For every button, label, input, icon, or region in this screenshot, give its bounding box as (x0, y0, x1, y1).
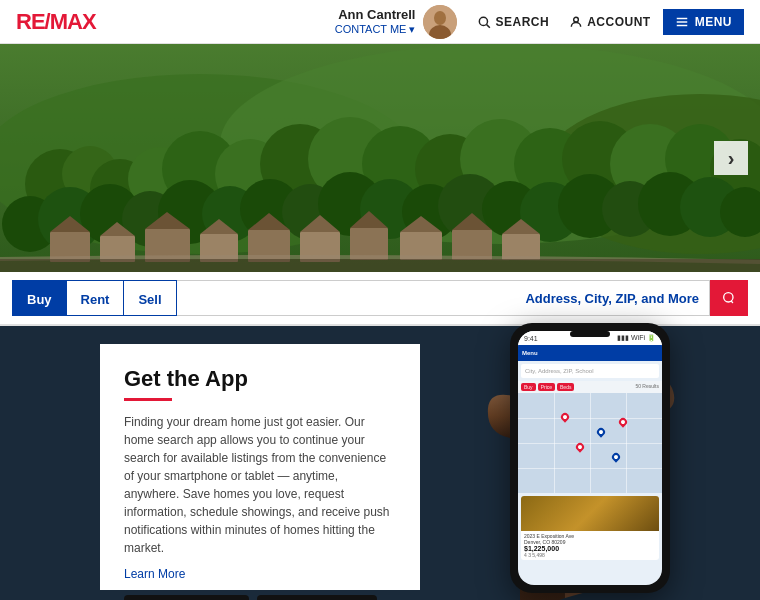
logo-re: RE (16, 9, 45, 34)
phone-time: 9:41 (524, 335, 538, 342)
filter-beds: Beds (557, 383, 574, 391)
search-submit-icon (721, 290, 737, 306)
phone-screen: 9:41 ▮▮▮ WiFi 🔋 Menu City, Address, ZIP,… (518, 331, 662, 585)
app-description: Finding your dream home just got easier.… (124, 413, 396, 557)
svg-point-1 (434, 11, 446, 25)
search-icon (477, 15, 491, 29)
header-nav: SEARCH ACCOUNT MENU (469, 9, 744, 35)
phone-menu-label: Menu (522, 350, 538, 356)
phone-notch (570, 331, 610, 337)
filter-buy: Buy (521, 383, 536, 391)
logo-max: MAX (50, 9, 96, 34)
account-button[interactable]: ACCOUNT (561, 9, 659, 35)
map-grid-line (626, 393, 627, 493)
svg-rect-66 (502, 234, 540, 260)
tab-buy[interactable]: Buy (13, 281, 67, 316)
hero-background (0, 44, 760, 272)
tab-group: Buy Rent Sell (12, 280, 177, 316)
appstore-button[interactable]: 🍎 Download on the App Store (124, 595, 249, 600)
phone-listing-price: $1,225,000 (524, 545, 656, 552)
map-grid-line (554, 393, 555, 493)
hero-next-button[interactable]: › (714, 141, 748, 175)
account-label: ACCOUNT (587, 15, 651, 29)
more-link[interactable]: Address, City, ZIP, and More (525, 291, 699, 306)
map-pin (560, 411, 571, 422)
agent-info: Ann Cantrell CONTACT ME (335, 5, 458, 39)
search-button[interactable]: SEARCH (469, 9, 557, 35)
avatar (423, 5, 457, 39)
next-arrow-icon: › (728, 147, 735, 170)
red-underline (124, 398, 172, 401)
search-input-wrap: Address, City, ZIP, and More (177, 280, 710, 316)
app-card: Get the App Finding your dream home just… (100, 344, 420, 590)
search-label: SEARCH (495, 15, 549, 29)
phone-search-bar: City, Address, ZIP, School (521, 364, 659, 378)
header: RE/MAX Ann Cantrell CONTACT ME SEARCH (0, 0, 760, 44)
agent-text: Ann Cantrell CONTACT ME (335, 7, 416, 36)
store-buttons: 🍎 Download on the App Store ▶ GET IT ON … (124, 595, 396, 600)
svg-line-4 (487, 24, 490, 27)
logo: RE/MAX (16, 9, 96, 35)
phone-menu-bar: Menu (518, 345, 662, 361)
hero-banner: › (0, 44, 760, 272)
results-label: 50 Results (635, 383, 659, 391)
hero-landscape (0, 44, 760, 272)
filter-price: Price (538, 383, 555, 391)
menu-button[interactable]: MENU (663, 9, 744, 35)
contact-me-button[interactable]: CONTACT ME (335, 23, 416, 36)
app-section: Get the App Finding your dream home just… (0, 326, 760, 600)
phone-listing-card: 2023 E Exposition Ave Denver, CO 80209 $… (521, 496, 659, 560)
tab-rent[interactable]: Rent (67, 281, 125, 316)
phone-map (518, 393, 662, 493)
phone-filters: Buy Price Beds 50 Results (518, 381, 662, 393)
menu-icon (675, 15, 689, 29)
phone-listing-details: 4 3 5,498 (524, 552, 656, 558)
phone-search-placeholder: City, Address, ZIP, School (525, 368, 593, 374)
search-submit-button[interactable] (710, 280, 748, 316)
svg-point-5 (574, 17, 579, 22)
svg-point-3 (480, 17, 488, 25)
phone-mockup: 9:41 ▮▮▮ WiFi 🔋 Menu City, Address, ZIP,… (510, 323, 670, 593)
phone-listing-image (521, 496, 659, 531)
svg-rect-68 (0, 259, 760, 272)
map-pin-blue2 (610, 451, 621, 462)
phone-listing-info: 2023 E Exposition Ave Denver, CO 80209 $… (521, 531, 659, 560)
learn-more-link[interactable]: Learn More (124, 567, 396, 581)
svg-rect-64 (452, 230, 492, 260)
account-icon (569, 15, 583, 29)
map-grid-line (590, 393, 591, 493)
agent-name: Ann Cantrell (335, 7, 416, 23)
search-input[interactable] (187, 291, 526, 306)
header-right: Ann Cantrell CONTACT ME SEARCH ACCOUNT (335, 5, 744, 39)
tab-sell[interactable]: Sell (124, 281, 175, 316)
app-title: Get the App (124, 366, 396, 392)
googleplay-button[interactable]: ▶ GET IT ON Google Play (257, 595, 377, 600)
map-pin-blue (596, 426, 607, 437)
phone-hand-container: 9:41 ▮▮▮ WiFi 🔋 Menu City, Address, ZIP,… (480, 318, 720, 600)
phone-signal: ▮▮▮ WiFi 🔋 (617, 334, 656, 342)
menu-label: MENU (695, 15, 732, 29)
